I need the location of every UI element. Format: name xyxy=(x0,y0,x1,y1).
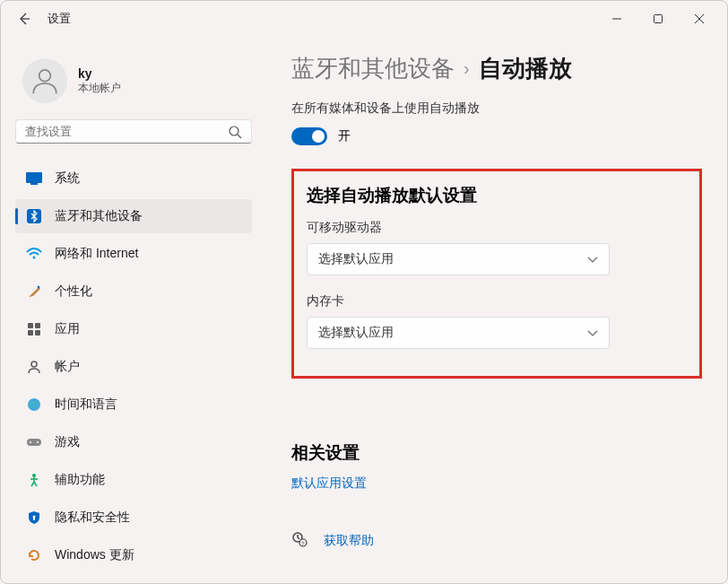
settings-window: 设置 ky 本地帐户 xyxy=(0,0,728,584)
sidebar-item-label: 帐户 xyxy=(55,359,80,375)
globe-icon xyxy=(26,397,42,413)
search-box[interactable] xyxy=(15,119,252,144)
arrow-left-icon xyxy=(17,12,31,26)
svg-rect-13 xyxy=(27,439,41,446)
maximize-button[interactable] xyxy=(637,4,679,33)
svg-rect-18 xyxy=(33,518,35,520)
get-help-link[interactable]: 获取帮助 xyxy=(324,533,374,549)
sidebar-item-label: 时间和语言 xyxy=(55,397,117,413)
search-input[interactable] xyxy=(25,125,228,138)
sidebar-item-apps[interactable]: 应用 xyxy=(15,312,252,346)
minimize-button[interactable] xyxy=(596,4,637,33)
accessibility-icon xyxy=(26,472,42,488)
default-apps-link[interactable]: 默认应用设置 xyxy=(291,475,702,492)
breadcrumb-parent[interactable]: 蓝牙和其他设备 xyxy=(291,53,455,84)
help-icon: ? xyxy=(291,531,308,551)
chevron-down-icon xyxy=(587,251,598,267)
bluetooth-icon xyxy=(26,208,42,224)
help-row: ? 获取帮助 xyxy=(291,531,702,551)
svg-point-12 xyxy=(28,398,40,411)
paintbrush-icon xyxy=(26,283,42,300)
sidebar-item-label: 游戏 xyxy=(55,434,80,450)
sidebar-item-label: 蓝牙和其他设备 xyxy=(55,208,143,224)
svg-point-6 xyxy=(33,257,36,259)
autoplay-toggle-label: 在所有媒体和设备上使用自动播放 xyxy=(291,100,702,117)
svg-rect-4 xyxy=(30,183,38,185)
sidebar-item-label: 个性化 xyxy=(55,283,92,300)
defaults-title: 选择自动播放默认设置 xyxy=(307,184,687,207)
back-button[interactable] xyxy=(15,10,33,28)
user-name: ky xyxy=(78,66,121,81)
removable-drive-field: 可移动驱动器 选择默认应用 xyxy=(307,220,687,275)
sidebar-item-label: 系统 xyxy=(55,170,80,187)
removable-drive-label: 可移动驱动器 xyxy=(307,220,687,236)
memory-card-label: 内存卡 xyxy=(307,293,687,309)
sidebar: ky 本地帐户 系统 蓝牙和其他设备 网络和 In xyxy=(1,37,266,583)
sidebar-item-bluetooth[interactable]: 蓝牙和其他设备 xyxy=(15,199,252,233)
related-section: 相关设置 默认应用设置 xyxy=(291,441,702,492)
autoplay-toggle-section: 在所有媒体和设备上使用自动播放 开 xyxy=(291,100,702,145)
user-block[interactable]: ky 本地帐户 xyxy=(15,48,252,119)
defaults-section: 选择自动播放默认设置 可移动驱动器 选择默认应用 内存卡 选择默认应用 xyxy=(291,169,702,379)
sidebar-item-accounts[interactable]: 帐户 xyxy=(15,350,252,384)
maximize-icon xyxy=(654,14,663,23)
user-info: ky 本地帐户 xyxy=(78,66,121,96)
svg-rect-7 xyxy=(28,323,33,328)
svg-point-15 xyxy=(37,441,39,443)
close-button[interactable] xyxy=(679,4,720,33)
svg-point-16 xyxy=(32,474,36,477)
user-account-type: 本地帐户 xyxy=(78,81,121,96)
sidebar-item-network[interactable]: 网络和 Internet xyxy=(15,237,252,271)
sidebar-item-accessibility[interactable]: 辅助功能 xyxy=(15,463,252,497)
apps-icon xyxy=(26,321,42,337)
window-controls xyxy=(596,4,720,33)
sidebar-item-label: 应用 xyxy=(55,321,80,337)
toggle-state-label: 开 xyxy=(338,128,351,144)
shield-icon xyxy=(26,510,42,526)
svg-rect-0 xyxy=(654,15,663,23)
avatar xyxy=(22,58,67,103)
search-icon xyxy=(228,125,242,139)
sidebar-item-label: 辅助功能 xyxy=(55,472,105,488)
chevron-right-icon: › xyxy=(464,58,470,79)
svg-rect-8 xyxy=(35,323,40,328)
sidebar-item-personalization[interactable]: 个性化 xyxy=(15,275,252,309)
close-icon xyxy=(695,14,704,23)
memory-card-dropdown[interactable]: 选择默认应用 xyxy=(307,317,610,349)
gamepad-icon xyxy=(26,434,42,450)
toggle-row: 开 xyxy=(291,127,702,145)
page-title: 自动播放 xyxy=(479,53,572,84)
breadcrumb: 蓝牙和其他设备 › 自动播放 xyxy=(291,53,702,84)
related-title: 相关设置 xyxy=(291,441,702,465)
titlebar-title: 设置 xyxy=(48,11,71,27)
sidebar-item-time[interactable]: 时间和语言 xyxy=(15,388,252,422)
sidebar-item-label: Windows 更新 xyxy=(55,547,134,563)
svg-point-2 xyxy=(230,126,238,135)
svg-rect-3 xyxy=(26,172,42,183)
svg-point-14 xyxy=(30,441,31,443)
dropdown-value: 选择默认应用 xyxy=(318,325,394,341)
nav-list: 系统 蓝牙和其他设备 网络和 Internet 个性化 应用 xyxy=(15,161,252,572)
memory-card-field: 内存卡 选择默认应用 xyxy=(307,293,687,349)
sidebar-item-privacy[interactable]: 隐私和安全性 xyxy=(15,501,252,535)
removable-drive-dropdown[interactable]: 选择默认应用 xyxy=(307,243,610,275)
content: ky 本地帐户 系统 蓝牙和其他设备 网络和 In xyxy=(1,37,727,583)
sidebar-item-label: 隐私和安全性 xyxy=(55,510,130,526)
user-icon xyxy=(30,65,60,96)
autoplay-toggle[interactable] xyxy=(291,127,327,145)
update-icon xyxy=(26,547,42,563)
system-icon xyxy=(26,170,42,187)
wifi-icon xyxy=(26,246,42,262)
minimize-icon xyxy=(612,14,621,23)
svg-rect-10 xyxy=(35,330,40,336)
sidebar-item-system[interactable]: 系统 xyxy=(15,161,252,196)
dropdown-value: 选择默认应用 xyxy=(318,251,394,267)
sidebar-item-gaming[interactable]: 游戏 xyxy=(15,425,252,459)
main: 蓝牙和其他设备 › 自动播放 在所有媒体和设备上使用自动播放 开 选择自动播放默… xyxy=(266,37,727,583)
sidebar-item-update[interactable]: Windows 更新 xyxy=(15,538,252,572)
titlebar-left: 设置 xyxy=(8,10,71,28)
svg-rect-9 xyxy=(28,330,33,336)
titlebar: 设置 xyxy=(1,1,727,37)
chevron-down-icon xyxy=(587,325,598,341)
svg-point-11 xyxy=(31,362,37,367)
